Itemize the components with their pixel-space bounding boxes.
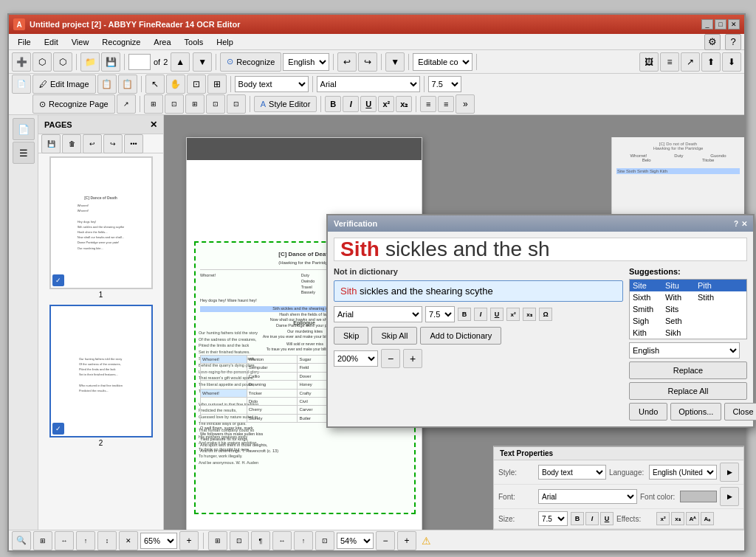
dialog-bold-button[interactable]: B	[458, 308, 471, 321]
italic-button[interactable]: I	[343, 96, 359, 112]
editable-select[interactable]: Editable co	[413, 53, 472, 71]
cross-button[interactable]: ✕	[119, 531, 138, 550]
effect-aa-button[interactable]: Aᴬ	[686, 512, 699, 525]
pages-close-button[interactable]: ✕	[150, 120, 157, 130]
size-underline-button[interactable]: U	[600, 512, 614, 525]
close-dialog-button[interactable]: Close	[724, 403, 756, 421]
undo-button[interactable]: ↩	[337, 52, 357, 72]
area-tool5[interactable]: ⊡	[227, 94, 246, 114]
suggestions-list[interactable]: Site Situ Pith Sixth With Stith Smith Si…	[629, 279, 747, 339]
dialog-font-select[interactable]: Arial	[334, 306, 422, 322]
add-to-dict-button[interactable]: Add to Dictionary	[420, 327, 501, 345]
menu-file[interactable]: File	[12, 36, 37, 48]
size-bold-button[interactable]: B	[571, 512, 584, 525]
align-right-button[interactable]: ≡	[438, 96, 454, 112]
close-button[interactable]: ✕	[728, 19, 740, 30]
page-number-input[interactable]: 2	[128, 54, 151, 70]
para-button[interactable]: ¶	[251, 531, 270, 550]
zoom-in-button[interactable]: +	[403, 349, 422, 368]
undo-pages-button[interactable]: ↩	[83, 134, 102, 153]
effect-sub-button[interactable]: x₂	[671, 512, 684, 525]
area-tool4[interactable]: ⊡	[206, 94, 225, 114]
list-view-button[interactable]: ≡	[660, 52, 679, 72]
more-button[interactable]: »	[456, 94, 475, 114]
zoom-select-right[interactable]: 54%	[337, 533, 374, 549]
align-button2[interactable]: ⊡	[230, 531, 249, 550]
open-layers-button[interactable]: ⬡	[32, 52, 52, 72]
edit-image-button[interactable]: 🖊 Edit Image	[32, 75, 96, 94]
suggestion-row-3[interactable]: Sigh Seth	[630, 315, 746, 327]
zoom-out-button[interactable]: −	[381, 349, 400, 368]
expand-horiz-button[interactable]: ↔	[55, 531, 74, 550]
page-thumb-2[interactable]: Our hunting fathers told the story Of th…	[49, 305, 153, 447]
menu-help[interactable]: Help	[210, 36, 239, 48]
effect-small-button[interactable]: Aₐ	[701, 512, 714, 525]
skip-button[interactable]: Skip	[334, 327, 368, 345]
page-image-1[interactable]: [C] Dance of Death Whorret!Whorret!Hey d…	[49, 156, 153, 289]
language-select-props[interactable]: English (United	[649, 465, 717, 480]
dialog-special-button[interactable]: Ω	[539, 308, 552, 321]
page-thumb-1[interactable]: [C] Dance of Death Whorret!Whorret!Hey d…	[49, 156, 153, 299]
superscript-button[interactable]: x²	[378, 96, 394, 112]
skip-all-button[interactable]: Skip All	[371, 327, 417, 345]
resize-button[interactable]: ⊡	[315, 531, 334, 550]
delete-page-button[interactable]: 🗑	[62, 134, 81, 153]
area-tool2[interactable]: ⊡	[165, 94, 184, 114]
menu-area[interactable]: Area	[148, 36, 176, 48]
options-button[interactable]: Options...	[670, 403, 721, 421]
dialog-underline-button[interactable]: U	[490, 308, 504, 321]
image-view-button[interactable]: 🖼	[639, 52, 659, 72]
dialog-help-button[interactable]: ?	[734, 220, 738, 228]
more-pages-button[interactable]: •••	[124, 134, 143, 153]
menu-tools[interactable]: Tools	[179, 36, 210, 48]
recognize-page-button[interactable]: ⊙ Recognize Page	[32, 94, 115, 114]
effect-super-button[interactable]: x²	[656, 512, 670, 525]
help-button[interactable]: ?	[725, 34, 741, 50]
pages-toggle-button[interactable]: 📄	[12, 75, 31, 94]
dialog-close-button[interactable]: ✕	[741, 220, 747, 228]
next-page-button[interactable]: ▼	[193, 52, 212, 72]
page-tool2[interactable]: ↗	[117, 94, 136, 114]
paste-button[interactable]: ⬇	[722, 52, 741, 72]
area-tool1[interactable]: ⊞	[144, 94, 163, 114]
page-image-2[interactable]: Our hunting fathers told the story Of th…	[49, 305, 153, 437]
zoom-fit-button[interactable]: 🔍	[12, 531, 31, 550]
size-italic-button[interactable]: I	[585, 512, 599, 525]
dialog-language-select[interactable]: English	[629, 342, 740, 359]
zoom-plus-right-button[interactable]: −	[376, 531, 395, 550]
more-color-button[interactable]: ▶	[720, 487, 739, 506]
grid-button[interactable]: ⊞	[33, 531, 52, 550]
settings-button[interactable]: ⚙	[704, 34, 721, 50]
open-file-button[interactable]: 📁	[80, 52, 100, 72]
replace-all-button[interactable]: Replace All	[629, 382, 747, 400]
dialog-super-button[interactable]: x²	[506, 308, 520, 321]
zoom-tool[interactable]: ⊡	[187, 75, 206, 94]
suggestion-row-2[interactable]: Smith Sits	[630, 303, 746, 315]
subscript-button[interactable]: x₂	[396, 96, 412, 112]
suggestion-row-0[interactable]: Site Situ Pith	[630, 280, 746, 291]
menu-edit[interactable]: Edit	[38, 36, 64, 48]
zoom-select-main[interactable]: 65%	[140, 533, 177, 549]
layers-button[interactable]: ⬡	[53, 52, 72, 72]
area-tool3[interactable]: ⊞	[185, 94, 205, 114]
font-color-picker[interactable]	[680, 491, 717, 502]
minimize-button[interactable]: _	[701, 19, 713, 30]
language-select[interactable]: English	[283, 53, 329, 71]
underline-button[interactable]: U	[360, 96, 377, 112]
copy-format-button[interactable]: 📋	[97, 75, 117, 94]
new-button[interactable]: ➕	[12, 52, 31, 72]
expand-tool[interactable]: ⊞	[207, 75, 227, 94]
select-tool[interactable]: ↖	[145, 75, 165, 94]
more-lang-button[interactable]: ▶	[720, 463, 739, 482]
arrow-left-button[interactable]: ↔	[272, 531, 292, 550]
undo-dialog-button[interactable]: Undo	[629, 403, 667, 421]
paste-format-button[interactable]: 📋	[118, 75, 137, 94]
export-button[interactable]: ↗	[681, 52, 700, 72]
dialog-sub-button[interactable]: x₂	[523, 308, 536, 321]
zoom-minus-button[interactable]: +	[179, 531, 199, 550]
zoom-select-dialog[interactable]: 200%	[334, 350, 378, 367]
bold-button[interactable]: B	[325, 96, 341, 112]
body-text-select[interactable]: Body text	[235, 76, 309, 92]
suggestion-row-1[interactable]: Sixth With Stith	[630, 291, 746, 303]
dialog-italic-button[interactable]: I	[474, 308, 487, 321]
